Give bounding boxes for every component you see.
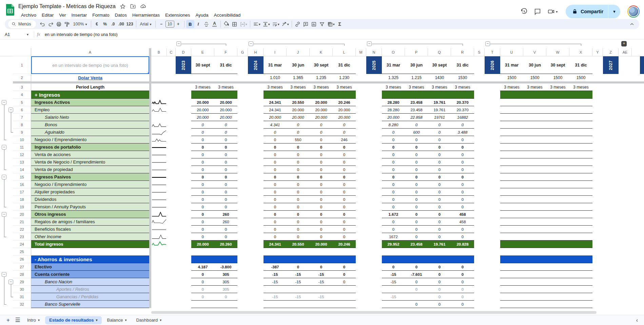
cell[interactable] bbox=[176, 166, 191, 173]
cell[interactable] bbox=[248, 233, 264, 241]
cell-26[interactable] bbox=[405, 255, 428, 263]
cell[interactable] bbox=[619, 173, 632, 181]
cell[interactable] bbox=[485, 181, 500, 188]
cell-14[interactable]: 0 bbox=[333, 166, 356, 173]
cell-6[interactable] bbox=[569, 106, 592, 114]
cell-30[interactable] bbox=[333, 286, 356, 293]
cell-spark-15[interactable] bbox=[151, 173, 167, 181]
cell-24[interactable]: 24.341 bbox=[264, 241, 287, 248]
menu-formato[interactable]: Formato bbox=[90, 12, 112, 18]
cell[interactable] bbox=[237, 255, 248, 263]
cell[interactable] bbox=[619, 218, 632, 226]
cell[interactable] bbox=[366, 248, 382, 255]
cell[interactable] bbox=[356, 56, 366, 74]
cell-A30[interactable]: Aportes / Retiros bbox=[31, 286, 149, 293]
cell-15[interactable] bbox=[523, 173, 546, 181]
cell-spark-28[interactable] bbox=[151, 271, 167, 278]
percent-format-button[interactable]: % bbox=[101, 20, 109, 28]
cell[interactable] bbox=[474, 241, 485, 248]
cell-19[interactable] bbox=[523, 203, 546, 211]
cell[interactable] bbox=[485, 286, 500, 293]
cell[interactable] bbox=[632, 83, 644, 91]
cell[interactable] bbox=[176, 263, 191, 271]
share-dropdown[interactable]: ▼ bbox=[608, 9, 620, 14]
cell[interactable] bbox=[619, 74, 632, 81]
cell-29[interactable]: -15 bbox=[382, 278, 405, 286]
cell-18[interactable] bbox=[523, 196, 546, 203]
cell[interactable] bbox=[474, 278, 485, 286]
cell[interactable] bbox=[632, 74, 644, 81]
cell-5[interactable]: 20.000 bbox=[310, 99, 333, 106]
row-header-11[interactable]: 11 bbox=[13, 144, 31, 151]
cell[interactable] bbox=[632, 173, 644, 181]
cell-23[interactable] bbox=[523, 233, 546, 241]
cell[interactable] bbox=[366, 83, 382, 91]
cell[interactable] bbox=[356, 226, 366, 233]
cell[interactable] bbox=[619, 263, 632, 271]
cell-A15[interactable]: Ingresos Pasivos bbox=[31, 173, 149, 181]
cell[interactable] bbox=[248, 248, 264, 255]
cell[interactable] bbox=[366, 263, 382, 271]
cell[interactable] bbox=[248, 255, 264, 263]
menu-archivo[interactable]: Archivo bbox=[18, 12, 39, 18]
cell[interactable] bbox=[603, 166, 619, 173]
cell-5[interactable] bbox=[500, 99, 523, 106]
cell[interactable] bbox=[356, 136, 366, 144]
tab-dashboard[interactable]: Dashboard ▾ bbox=[132, 316, 166, 324]
cell-7[interactable]: 20.000 bbox=[310, 114, 333, 121]
data-views-button[interactable]: ▾ bbox=[326, 20, 336, 28]
cell-A5[interactable]: Ingresos Activos bbox=[31, 99, 149, 106]
cell-16[interactable] bbox=[546, 181, 569, 188]
cell-23[interactable]: 0 bbox=[405, 233, 428, 241]
cell-21[interactable]: 0 bbox=[310, 218, 333, 226]
cell-10[interactable]: 0 bbox=[428, 136, 451, 144]
cell-3[interactable]: 3 meses bbox=[451, 83, 474, 91]
cell-21[interactable] bbox=[569, 218, 592, 226]
cell[interactable] bbox=[167, 99, 176, 106]
cell-13[interactable]: 0 bbox=[191, 158, 214, 166]
cell-row2[interactable]: 1500 bbox=[569, 74, 592, 81]
cell-7[interactable]: 20.000 bbox=[191, 114, 214, 121]
cell-18[interactable]: 0 bbox=[382, 196, 405, 203]
cell[interactable] bbox=[592, 91, 603, 99]
cell-29[interactable]: 0 bbox=[428, 278, 451, 286]
cell[interactable] bbox=[485, 166, 500, 173]
cell-32[interactable] bbox=[546, 301, 569, 308]
column-header-G[interactable]: G bbox=[237, 48, 248, 56]
cell[interactable] bbox=[474, 56, 485, 74]
cell-spark-27[interactable] bbox=[151, 263, 167, 271]
cell-28[interactable]: 305 bbox=[214, 271, 237, 278]
cell[interactable] bbox=[356, 255, 366, 263]
cell-4[interactable] bbox=[191, 91, 214, 99]
cell-3[interactable]: 3 meses bbox=[500, 83, 523, 91]
cell[interactable] bbox=[176, 114, 191, 121]
date-header-cell[interactable]: 30 sept bbox=[546, 56, 569, 74]
cell-6[interactable]: 20.370 bbox=[451, 106, 474, 114]
cell[interactable] bbox=[619, 293, 632, 301]
cell-spark-11[interactable] bbox=[151, 144, 167, 151]
print-button[interactable] bbox=[55, 20, 63, 28]
cell[interactable] bbox=[167, 158, 176, 166]
cell-32[interactable] bbox=[569, 301, 592, 308]
cell[interactable] bbox=[176, 233, 191, 241]
cell-15[interactable] bbox=[500, 173, 523, 181]
cell[interactable] bbox=[619, 301, 632, 308]
cell[interactable] bbox=[237, 74, 248, 81]
cell-spark-14[interactable] bbox=[151, 166, 167, 173]
cell-16[interactable]: 0 bbox=[191, 181, 214, 188]
cell[interactable] bbox=[248, 144, 264, 151]
cell-20[interactable]: 260 bbox=[214, 211, 237, 218]
cell[interactable] bbox=[248, 293, 264, 301]
cell-17[interactable]: 0 bbox=[428, 188, 451, 196]
cell-22[interactable]: 0 bbox=[333, 226, 356, 233]
cell-28[interactable]: -15 bbox=[287, 271, 310, 278]
cell[interactable] bbox=[632, 203, 644, 211]
cell-23[interactable] bbox=[500, 233, 523, 241]
cell[interactable] bbox=[356, 144, 366, 151]
cell[interactable] bbox=[592, 106, 603, 114]
cell[interactable] bbox=[167, 151, 176, 158]
cell-31[interactable] bbox=[546, 293, 569, 301]
cell-19[interactable]: 0 bbox=[382, 203, 405, 211]
cell[interactable] bbox=[356, 158, 366, 166]
cell-17[interactable] bbox=[546, 188, 569, 196]
